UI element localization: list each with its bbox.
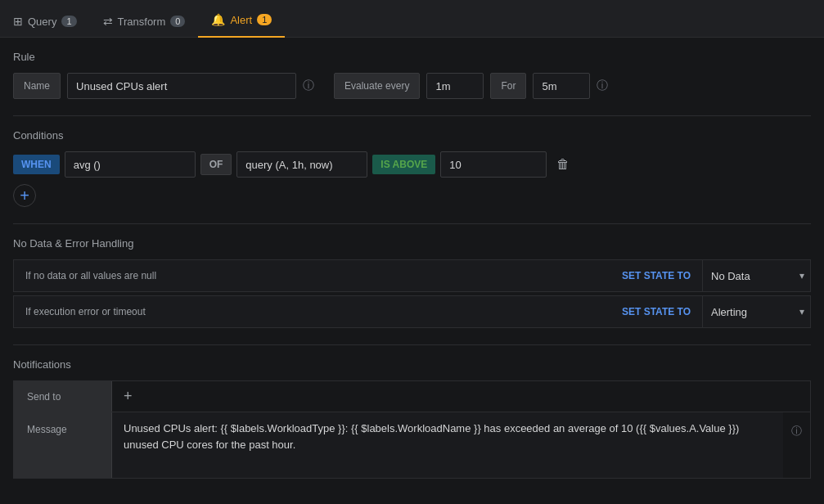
tab-transform-badge: 0	[170, 16, 185, 27]
is-above-badge: IS ABOVE	[372, 155, 435, 174]
rule-name-input[interactable]	[67, 73, 296, 99]
send-to-add-button[interactable]: +	[112, 381, 144, 412]
notifications-header: Notifications	[13, 358, 811, 371]
evaluate-label: Evaluate every	[334, 73, 420, 99]
conditions-section: Conditions WHEN OF IS ABOVE 🗑 +	[13, 129, 811, 207]
delete-condition-button[interactable]: 🗑	[552, 154, 574, 175]
message-info-icon: ⓘ	[783, 412, 810, 478]
state-select-1[interactable]: Alerting Keep Last State Ok	[702, 295, 811, 328]
of-badge: OF	[200, 154, 232, 175]
func-input[interactable]	[65, 151, 196, 178]
state-select-0[interactable]: No Data Alerting Keep Last State Ok	[702, 259, 811, 292]
message-text[interactable]: Unused CPUs alert: {{ $labels.WorkloadTy…	[112, 412, 783, 478]
rule-name-label: Name	[13, 73, 61, 99]
conditions-header: Conditions	[13, 129, 811, 142]
divider-1	[13, 115, 811, 116]
tab-alert[interactable]: 🔔 Alert 1	[198, 13, 285, 38]
notifications-section: Notifications Send to + Message Unused C…	[13, 358, 811, 479]
handling-desc-0: If no data or all values are null	[13, 259, 610, 292]
message-row: Message Unused CPUs alert: {{ $labels.Wo…	[13, 412, 811, 479]
state-select-wrapper-1: Alerting Keep Last State Ok	[702, 295, 811, 328]
evaluate-field: Evaluate every	[334, 73, 484, 99]
tab-bar: ⊞ Query 1 ⇄ Transform 0 🔔 Alert 1	[0, 0, 824, 38]
tab-query-label: Query	[28, 16, 56, 28]
state-select-wrapper-0: No Data Alerting Keep Last State Ok	[702, 259, 811, 292]
add-condition-row: +	[13, 184, 811, 207]
message-label: Message	[14, 412, 112, 478]
tab-transform-label: Transform	[118, 16, 166, 28]
tab-query-badge: 1	[61, 16, 76, 27]
divider-2	[13, 223, 811, 224]
divider-3	[13, 344, 811, 345]
for-label: For	[490, 73, 526, 99]
handling-row-0: If no data or all values are null SET ST…	[13, 259, 811, 292]
threshold-input[interactable]	[440, 151, 547, 178]
handling-desc-1: If execution error or timeout	[13, 295, 610, 328]
for-input[interactable]	[533, 73, 590, 99]
handling-section: No Data & Error Handling If no data or a…	[13, 237, 811, 328]
rule-name-field: Name ⓘ	[13, 73, 314, 99]
bell-icon: 🔔	[211, 13, 225, 26]
rule-section-header: Rule	[13, 51, 811, 63]
tab-alert-label: Alert	[230, 14, 252, 26]
db-icon: ⊞	[13, 15, 23, 28]
handling-row-1: If execution error or timeout SET STATE …	[13, 295, 811, 328]
query-input[interactable]	[236, 151, 367, 178]
tab-alert-badge: 1	[257, 14, 272, 25]
when-badge: WHEN	[13, 155, 60, 174]
for-info-icon: ⓘ	[597, 79, 608, 93]
tab-transform[interactable]: ⇄ Transform 0	[90, 15, 199, 38]
rule-row: Name ⓘ Evaluate every For ⓘ	[13, 73, 811, 99]
transform-icon: ⇄	[103, 15, 113, 28]
condition-row: WHEN OF IS ABOVE 🗑	[13, 151, 811, 178]
rule-section: Rule Name ⓘ Evaluate every For ⓘ	[13, 51, 811, 99]
send-to-row: Send to +	[13, 380, 811, 412]
main-content: Rule Name ⓘ Evaluate every For ⓘ Conditi…	[0, 38, 824, 504]
for-field: For ⓘ	[490, 73, 608, 99]
tab-query[interactable]: ⊞ Query 1	[0, 15, 90, 38]
handling-header: No Data & Error Handling	[13, 237, 811, 250]
send-to-label: Send to	[14, 381, 112, 412]
set-state-label-0: SET STATE TO	[610, 259, 702, 292]
evaluate-input[interactable]	[426, 73, 484, 99]
add-condition-button[interactable]: +	[13, 184, 36, 207]
rule-name-info-icon: ⓘ	[303, 79, 314, 93]
set-state-label-1: SET STATE TO	[610, 295, 702, 328]
